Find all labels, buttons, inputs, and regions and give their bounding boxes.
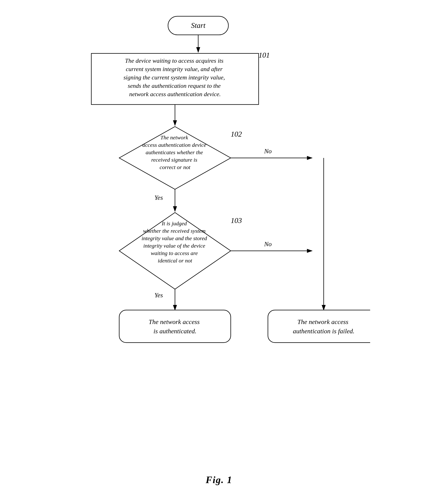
svg-text:Yes: Yes — [154, 291, 163, 299]
svg-text:103: 103 — [231, 216, 242, 225]
svg-text:No: No — [264, 148, 272, 155]
svg-text:No: No — [264, 240, 272, 247]
svg-text:Start: Start — [191, 21, 205, 30]
svg-text:The device waiting to access a: The device waiting to access acquires it… — [123, 57, 226, 97]
diagram-container: Start 101 The device waiting to access a… — [0, 0, 438, 504]
figure-label: Fig. 1 — [206, 474, 232, 485]
svg-text:102: 102 — [231, 130, 242, 138]
flowchart-svg: Start 101 The device waiting to access a… — [68, 9, 370, 462]
svg-text:Yes: Yes — [154, 194, 163, 201]
svg-rect-25 — [268, 310, 370, 343]
svg-rect-21 — [119, 310, 231, 343]
svg-text:101: 101 — [259, 51, 270, 59]
